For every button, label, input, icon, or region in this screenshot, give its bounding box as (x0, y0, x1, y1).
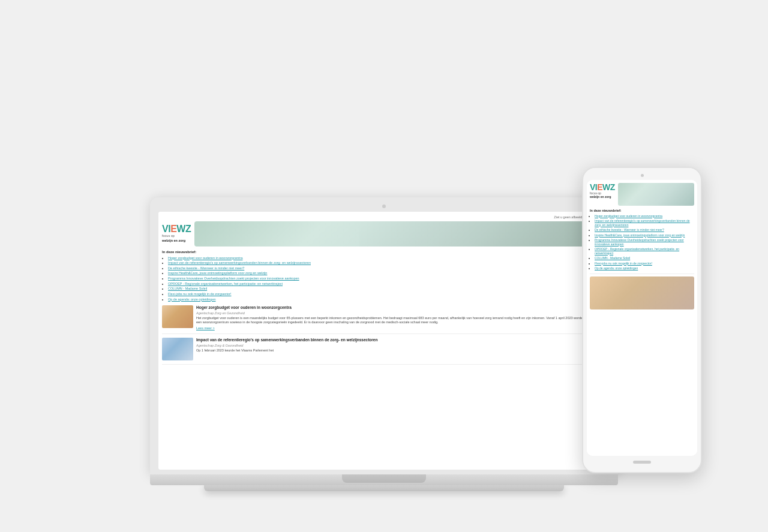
article-image-1 (162, 305, 193, 328)
phone-email-content: VIEWZ focus op welzijn en zorg In deze n… (587, 180, 697, 456)
article-title-2: Impact van de referentieregio's op samen… (196, 338, 606, 342)
list-item: OPROEP - Regionale organisatienetwerken,… (595, 247, 694, 255)
list-item: COLUMN - Madame Soleil (595, 256, 694, 260)
article-body-2: Impact van de referentieregio's op samen… (196, 338, 606, 360)
scene: Ziet u geen afbeeldingen? Klik hier VIEW… (54, 41, 714, 491)
toc-title: In deze nieuwsbrief: (162, 250, 606, 254)
list-item: Programma Innovatieve Overheidsopdrachte… (595, 238, 694, 246)
article-block-2: Impact van de referentieregio's op samen… (162, 338, 606, 365)
laptop-stand (342, 474, 426, 483)
divider (590, 273, 694, 274)
laptop-base (150, 474, 618, 485)
laptop-device: Ziet u geen afbeeldingen? Klik hier VIEW… (150, 197, 618, 491)
phone-logo-text: VIEWZ (590, 183, 615, 191)
phone-device: VIEWZ focus op welzijn en zorg In deze n… (582, 167, 702, 473)
email-topbar: Ziet u geen afbeeldingen? Klik hier (162, 215, 606, 219)
article-title-1: Hoger zorgbudget voor ouderen in woonzor… (196, 305, 606, 310)
toc-list: Hoger zorgbudget voor ouderen in woonzor… (162, 256, 606, 302)
list-item: De ethische kwestie - Wanneer is minder … (595, 228, 694, 232)
article-subtitle-1: Agentschap Zorg en Gezondheid (196, 311, 606, 315)
list-item: De ethische kwestie - Wanneer is minder … (168, 266, 606, 270)
list-item: Op de agenda: onze opleidingen (595, 266, 694, 270)
laptop-foot (204, 485, 564, 491)
list-item: Flexi-jobs nu ook mogelijk in de zorgsec… (168, 292, 606, 296)
article-block-1: Hoger zorgbudget voor ouderen in woonzor… (162, 305, 606, 334)
phone-header-banner (618, 183, 694, 206)
list-item: Op de agenda: onze opleidingen (168, 297, 606, 302)
laptop-email-content: Ziet u geen afbeeldingen? Klik hier VIEW… (158, 212, 610, 470)
article-body-1: Hoger zorgbudget voor ouderen in woonzor… (196, 305, 606, 330)
phone-toc-title: In deze nieuwsbrief: (590, 209, 694, 212)
phone-logo-tagline: focus op welzijn en zorg (590, 191, 615, 199)
read-more-1[interactable]: Lees meer > (196, 326, 606, 330)
article-text-1: Het zorgbudget voor ouderen is een maand… (196, 316, 606, 325)
phone-home-button (633, 461, 651, 464)
list-item: Inspire Health&Care, jouw ontmoetingspla… (595, 233, 694, 238)
list-item: Flexi-jobs nu ook mogelijk in de zorgsec… (595, 262, 694, 266)
list-item: Hoger zorgbudget voor ouderen in woonzor… (595, 214, 694, 218)
email-header: VIEWZ focus op welzijn en zorg (162, 221, 606, 247)
logo-text: VIEWZ (162, 224, 191, 234)
phone-toc-list: Hoger zorgbudget voor ouderen in woonzor… (590, 214, 694, 270)
phone-screen: VIEWZ focus op welzijn en zorg In deze n… (587, 180, 697, 456)
viewz-logo: VIEWZ focus op welzijn en zorg (162, 224, 191, 242)
laptop-screen-shell: Ziet u geen afbeeldingen? Klik hier VIEW… (150, 197, 618, 474)
article-image-2 (162, 338, 193, 360)
article-text-2: Op 1 februari 2023 keurde het Vlaams Par… (196, 348, 606, 353)
phone-logo: VIEWZ focus op welzijn en zorg (590, 183, 615, 199)
list-item: Programma Innovatieve Overheidsopdrachte… (168, 276, 606, 281)
phone-camera (641, 174, 644, 177)
phone-email-header: VIEWZ focus op welzijn en zorg (590, 183, 694, 206)
header-banner-image (194, 221, 606, 247)
phone-article-image-1 (590, 276, 694, 309)
list-item: Hoger zorgbudget voor ouderen in woonzor… (168, 256, 606, 260)
list-item: Inspire Health&Care, jouw ontmoetingspla… (168, 271, 606, 275)
list-item: COLUMN - Madame Soleil (168, 287, 606, 291)
article-subtitle-2: Agentschap Zorg & Gezondheid (196, 344, 606, 347)
logo-tagline: focus op welzijn en zorg (162, 234, 191, 242)
laptop-camera (382, 205, 386, 208)
list-item: Impact van de referentieregio's op samen… (168, 261, 606, 265)
laptop-screen: Ziet u geen afbeeldingen? Klik hier VIEW… (158, 212, 610, 470)
list-item: Impact van de referentieregio's op samen… (595, 219, 694, 227)
list-item: OPROEP - Regionale organisatienetwerken,… (168, 282, 606, 286)
